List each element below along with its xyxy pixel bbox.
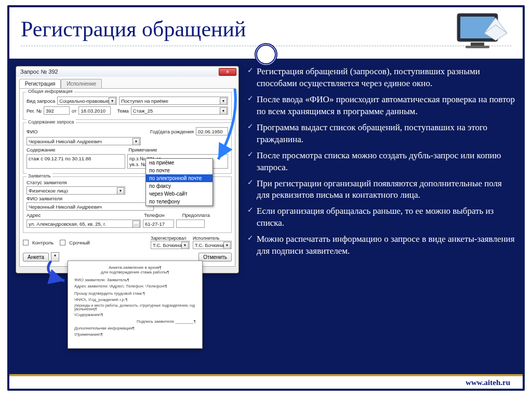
tab-registration[interactable]: Регистрация <box>19 79 61 88</box>
svg-rect-3 <box>466 46 489 48</box>
phone-input[interactable]: 61-27-17 <box>143 219 174 228</box>
label-address: Адрес <box>26 212 41 218</box>
date-input[interactable]: 18.03.2010 <box>78 106 111 115</box>
label-birth: Год/дата рождения <box>150 129 194 134</box>
arrow-to-document <box>39 259 71 290</box>
footer: www.aiteh.ru <box>9 374 523 389</box>
regno-input[interactable]: 392 <box>44 106 70 115</box>
content-textarea[interactable]: стаж с 09.12.71 по 30.11.88 <box>26 154 125 169</box>
dialog-title: Запрос № 392 <box>20 68 58 75</box>
chevron-down-icon[interactable]: ▼ <box>181 242 189 249</box>
decorative-circle <box>255 43 277 66</box>
popup-option[interactable]: по телефону <box>146 198 212 205</box>
label-from: от <box>72 108 76 114</box>
chevron-down-icon[interactable]: ▼ <box>117 187 124 195</box>
status-select[interactable]: Физическое лицо▼ <box>26 186 125 195</box>
page-title: Регистрация обращений <box>21 17 511 42</box>
list-item: Можно распечатать информацию о запросе в… <box>247 234 516 257</box>
cancel-button[interactable]: Отменить <box>198 253 232 262</box>
label-executor: Исполнитель <box>193 236 232 241</box>
label-phone: Телефон <box>144 212 164 218</box>
label-regno: Рег. № <box>26 108 42 114</box>
list-item: После ввода «ФИО» происходит автоматичес… <box>247 94 516 118</box>
list-item: Регистрация обращений (запросов), поступ… <box>247 66 516 90</box>
popup-option[interactable]: по почте <box>146 167 212 174</box>
popup-option[interactable]: на приёме <box>146 159 212 167</box>
monitor-mail-icon <box>454 10 511 57</box>
arrow-to-dropdown <box>214 86 240 163</box>
chevron-down-icon[interactable]: ▼ <box>132 138 140 145</box>
request-type-select[interactable]: Социально-правовые▼ <box>57 97 117 105</box>
control-checkbox[interactable] <box>23 240 29 245</box>
group-content: Содержание запроса <box>26 119 76 125</box>
registered-by-select[interactable]: Т.С. Бочкина▼ <box>151 241 190 249</box>
list-item: Программа выдаст список обращений, посту… <box>247 122 516 146</box>
label-note: Примечание <box>129 147 157 153</box>
label-control: Контроль <box>32 240 54 245</box>
address-input[interactable]: ул. Александровская, 65, кв. 25, г.… <box>26 219 141 228</box>
tab-execution[interactable]: Исполнение <box>61 79 102 88</box>
fio-input[interactable]: Червонный Николай Андреевич▼ <box>26 137 141 145</box>
popup-option-selected[interactable]: по электронной почте <box>146 174 212 182</box>
list-item: После просмотра списка можно создать дуб… <box>247 150 516 174</box>
chevron-down-icon[interactable]: ▼ <box>223 242 231 249</box>
executor-select[interactable]: Т.С. Бочкина▼ <box>193 241 232 249</box>
footer-url: www.aiteh.ru <box>466 378 510 387</box>
group-applicant: Заявитель <box>26 173 52 179</box>
popup-option[interactable]: по факсу <box>146 182 212 190</box>
label-prepay: Предоплата <box>182 212 210 218</box>
ellipsis-icon[interactable]: … <box>132 221 140 228</box>
document-preview: Анкета-заявление в архив¶для подтвержден… <box>68 260 203 349</box>
bullet-list: Регистрация обращений (запросов), поступ… <box>247 66 516 257</box>
received-dropdown-popup: на приёме по почте по электронной почте … <box>145 158 213 206</box>
group-general: Общая информация <box>26 89 74 94</box>
label-fio: ФИО <box>26 129 37 134</box>
urgent-checkbox[interactable] <box>60 240 65 245</box>
list-item: Если организация обращалась раньше, то е… <box>247 205 516 229</box>
label-content: Содержание <box>26 147 56 153</box>
close-button[interactable]: × <box>219 68 236 76</box>
label-urgent: Срочный <box>69 240 90 245</box>
applicant-fio-input[interactable]: Червонный Николай Андреевич <box>26 202 154 211</box>
label-topic: Тема <box>117 108 128 114</box>
list-item: При регистрации организаций появляются д… <box>247 178 516 202</box>
topic-select[interactable]: Стаж_25▼ <box>131 106 228 115</box>
label-request-type: Вид запроса <box>26 98 55 104</box>
received-select[interactable]: Поступил на приёме▼ <box>119 97 228 105</box>
chevron-down-icon[interactable]: ▼ <box>109 98 116 105</box>
prepay-input[interactable] <box>176 219 205 228</box>
label-registered-by: Зарегистрировал <box>151 236 190 241</box>
svg-rect-2 <box>471 43 484 46</box>
popup-option[interactable]: через Web-сайт <box>146 190 212 198</box>
